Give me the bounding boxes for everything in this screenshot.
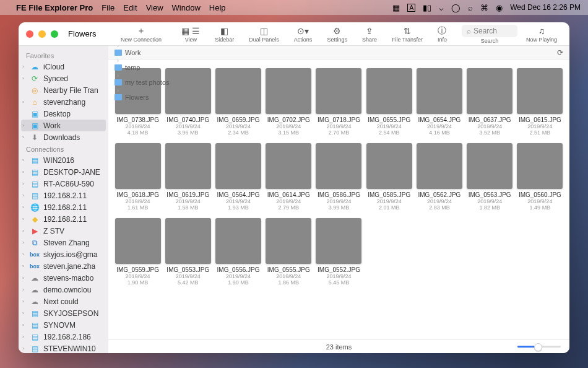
sidebar-item-icon: ⌂ xyxy=(30,98,40,107)
file-item[interactable]: IMG_0564.JPG2019/9/241.93 MB xyxy=(214,141,262,213)
user-icon[interactable]: ◯ xyxy=(451,3,460,12)
sidebar-item-work[interactable]: ›▣Work xyxy=(21,120,106,131)
file-item[interactable]: IMG_0556.JPG2019/9/241.90 MB xyxy=(214,216,262,288)
disclosure-icon: › xyxy=(22,64,24,69)
sidebar-item-stevens-macbo[interactable]: ›☁︎stevens-macbo xyxy=(19,272,108,284)
sidebar-item-synovm[interactable]: ›▤SYNOVM xyxy=(19,319,108,331)
menu-window[interactable]: Window xyxy=(172,3,201,12)
sidebar-item-z-stv[interactable]: ›▶Z STV xyxy=(19,225,108,237)
sidebar-item-stevenzhang[interactable]: ›⌂stevenzhang xyxy=(19,96,108,108)
zoom-slider[interactable] xyxy=(517,346,561,348)
sidebar-item-skyjosepson[interactable]: ›▤SKYJOSEPSON xyxy=(19,307,108,319)
sidebar-item-icon: ▤ xyxy=(30,180,40,188)
file-item[interactable]: IMG_0654.JPG2019/9/244.16 MB xyxy=(415,66,464,138)
breadcrumb-item[interactable]: Flowers xyxy=(115,94,170,101)
sidebar-item-192-168-2-11[interactable]: ›🌐192.168.2.11 xyxy=(19,201,108,213)
zoom-button[interactable] xyxy=(51,30,58,38)
new-connection-button[interactable]: ＋ New Connection xyxy=(115,25,168,44)
sidebar-item-nearby-file-tran[interactable]: ›◎Nearby File Tran xyxy=(19,84,108,96)
file-item[interactable]: IMG_0555.JPG2019/9/241.86 MB xyxy=(264,216,313,288)
sidebar-item-steven-zhang[interactable]: ›⧉Steven Zhang xyxy=(19,237,108,248)
app-name[interactable]: FE File Explorer Pro xyxy=(16,3,93,12)
file-item[interactable]: IMG_0585.JPG2019/9/242.01 MB xyxy=(365,141,413,213)
sidebar-item-icon: ▤ xyxy=(30,309,40,318)
sidebar-item-stevenwin10[interactable]: ›▤STEVENWIN10 xyxy=(19,343,108,353)
thumbnail-image xyxy=(316,218,361,264)
file-item[interactable]: IMG_0618.JPG2019/9/241.61 MB xyxy=(113,141,162,213)
file-date: 2019/9/24 xyxy=(477,198,502,204)
breadcrumb-item[interactable]: Work xyxy=(115,49,170,56)
menu-edit[interactable]: Edit xyxy=(123,3,137,12)
file-item[interactable]: IMG_0740.JPG2019/9/243.96 MB xyxy=(163,66,212,138)
file-item[interactable]: IMG_0659.JPG2019/9/242.34 MB xyxy=(214,66,262,138)
window-title: Flowers xyxy=(68,29,97,38)
file-item[interactable]: IMG_0553.JPG2019/9/245.42 MB xyxy=(163,216,212,288)
grid-list-icon: ▦ ☰ xyxy=(181,26,200,36)
sidebar-item-synced[interactable]: ›⟳Synced xyxy=(19,72,108,84)
sidebar-item-rt-ac86u-590[interactable]: ›▤RT-AC86U-590 xyxy=(19,178,108,190)
file-item[interactable]: IMG_0619.JPG2019/9/241.58 MB xyxy=(163,141,212,213)
sidebar-item-win2016[interactable]: ›▤WIN2016 xyxy=(19,154,108,166)
menu-file[interactable]: File xyxy=(102,3,115,12)
disclosure-icon: › xyxy=(22,310,24,316)
file-item[interactable]: IMG_0552.JPG2019/9/245.45 MB xyxy=(314,216,363,288)
battery-icon[interactable]: ▮▯ xyxy=(423,3,431,12)
file-item[interactable]: IMG_0718.JPG2019/9/242.70 MB xyxy=(314,66,363,138)
spotlight-icon[interactable]: ⌕ xyxy=(468,3,473,12)
reload-button[interactable]: ⟳ xyxy=(557,48,563,57)
dual-panels-button[interactable]: ◫ Dual Panels xyxy=(243,25,285,44)
file-item[interactable]: IMG_0637.JPG2019/9/243.52 MB xyxy=(465,66,514,138)
share-button[interactable]: ⇪ Share xyxy=(356,25,383,44)
file-item[interactable]: IMG_0560.JPG2019/9/241.49 MB xyxy=(516,141,564,213)
file-item[interactable]: IMG_0562.JPG2019/9/242.83 MB xyxy=(415,141,464,213)
file-size: 2.34 MB xyxy=(228,129,249,136)
sidebar-item-192-168-2-186[interactable]: ›▤192.168.2.186 xyxy=(19,331,108,343)
actions-button[interactable]: ⊙▾ Actions xyxy=(288,25,319,44)
sidebar-item-desktop[interactable]: ›▣Desktop xyxy=(19,108,108,120)
breadcrumb-item[interactable]: temp xyxy=(115,64,170,71)
file-item[interactable]: IMG_0563.JPG2019/9/241.82 MB xyxy=(465,141,514,213)
siri-icon[interactable]: ◉ xyxy=(496,3,503,12)
sidebar-toggle-button[interactable]: ◧ Sidebar xyxy=(209,25,240,44)
file-item[interactable]: IMG_0559.JPG2019/9/241.90 MB xyxy=(113,216,162,288)
sidebar-item-192-168-2-11[interactable]: ›▤192.168.2.11 xyxy=(19,190,108,201)
menu-view[interactable]: View xyxy=(146,3,163,12)
breadcrumb-item[interactable]: my test photos xyxy=(115,79,170,86)
menubar-extra-icon[interactable]: ▦ xyxy=(392,3,400,12)
clock[interactable]: Wed Dec 16 2:26 PM xyxy=(510,3,581,12)
sidebar-item-desktop-jane[interactable]: ›▤DESKTOP-JANE xyxy=(19,166,108,178)
wifi-icon[interactable]: ⌵ xyxy=(439,3,444,12)
sidebar-item-label: Nearby File Tran xyxy=(43,86,98,95)
sidebar: Favorites ›☁︎iCloud›⟳Synced›◎Nearby File… xyxy=(19,46,108,353)
view-mode-button[interactable]: ▦ ☰ View xyxy=(175,25,206,44)
file-item[interactable]: IMG_0586.JPG2019/9/243.99 MB xyxy=(314,141,363,213)
control-center-icon[interactable]: ⌘ xyxy=(480,3,488,12)
file-item[interactable]: IMG_0615.JPG2019/9/242.51 MB xyxy=(516,66,564,138)
file-item[interactable]: IMG_0614.JPG2019/9/242.79 MB xyxy=(264,141,313,213)
file-item[interactable]: IMG_0702.JPG2019/9/243.15 MB xyxy=(264,66,313,138)
minimize-button[interactable] xyxy=(38,30,46,38)
thumbnail-image xyxy=(366,68,412,114)
menu-help[interactable]: Help xyxy=(209,3,226,12)
file-size: 3.96 MB xyxy=(178,129,199,136)
sidebar-item-icloud[interactable]: ›☁︎iCloud xyxy=(19,61,108,72)
sidebar-item-192-168-2-11[interactable]: ›◆192.168.2.11 xyxy=(19,213,108,225)
sidebar-item-demo-ownclou[interactable]: ›☁︎demo.ownclou xyxy=(19,284,108,296)
file-transfer-button[interactable]: ⇅ File Transfer xyxy=(386,25,429,44)
info-button[interactable]: ⓘ Info xyxy=(431,25,453,44)
app-window: Flowers ＋ New Connection ▦ ☰ View ◧ Side… xyxy=(19,22,569,353)
sidebar-item-label: steven.jane.zha xyxy=(43,262,95,271)
sidebar-item-icon: ▶ xyxy=(30,227,40,235)
file-item[interactable]: IMG_0655.JPG2019/9/242.54 MB xyxy=(365,66,413,138)
file-grid[interactable]: IMG_0738.JPG2019/9/244.18 MBIMG_0740.JPG… xyxy=(108,59,569,340)
now-playing-button[interactable]: ♫ Now Playing xyxy=(520,25,563,44)
sidebar-item-next-could[interactable]: ›☁︎Next could xyxy=(19,296,108,307)
close-button[interactable] xyxy=(26,30,33,38)
search-input[interactable]: ⌕ Search xyxy=(462,25,517,37)
sidebar-item-downloads[interactable]: ›⬇Downloads xyxy=(19,131,108,143)
input-source-icon[interactable]: A xyxy=(407,4,415,12)
sidebar-item-skyjos-ios-gma[interactable]: ›boxskyjos.ios@gma xyxy=(19,248,108,260)
sidebar-item-steven-jane-zha[interactable]: ›boxsteven.jane.zha xyxy=(19,260,108,272)
thumbnail-image xyxy=(316,68,361,114)
settings-button[interactable]: ⚙ Settings xyxy=(321,25,353,44)
